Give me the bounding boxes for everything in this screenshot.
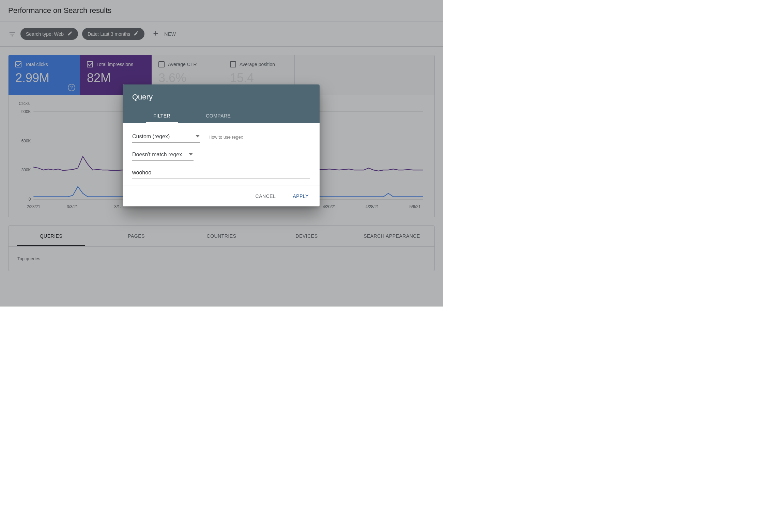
- query-modal: Query FILTER COMPARE Custom (regex) How …: [123, 84, 320, 206]
- modal-tab-compare[interactable]: COMPARE: [198, 108, 238, 123]
- modal-tab-filter[interactable]: FILTER: [146, 108, 178, 123]
- modal-header: Query FILTER COMPARE: [123, 84, 320, 123]
- regex-input[interactable]: [132, 168, 310, 179]
- chevron-down-icon: [189, 152, 193, 158]
- select-value: Custom (regex): [132, 134, 170, 140]
- cancel-button[interactable]: CANCEL: [251, 191, 280, 202]
- apply-button[interactable]: APPLY: [289, 191, 313, 202]
- help-link-regex[interactable]: How to use regex: [209, 135, 243, 140]
- select-filter-mode[interactable]: Custom (regex): [132, 131, 200, 143]
- modal-overlay[interactable]: Query FILTER COMPARE Custom (regex) How …: [0, 0, 443, 307]
- select-value: Doesn't match regex: [132, 152, 182, 158]
- select-match-mode[interactable]: Doesn't match regex: [132, 150, 194, 161]
- modal-title: Query: [132, 93, 310, 101]
- chevron-down-icon: [196, 134, 200, 140]
